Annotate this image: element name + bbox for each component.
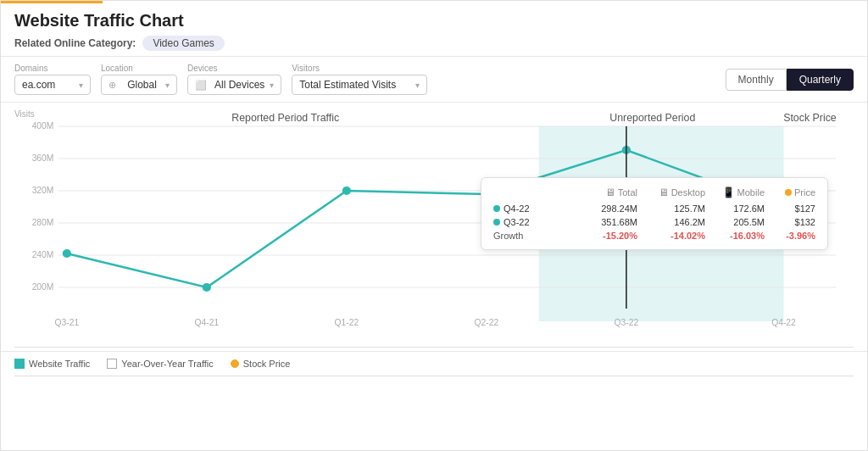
legend-yoy-label: Year-Over-Year Traffic	[121, 359, 213, 369]
domains-select-group: Domains ea.com ▾	[14, 64, 91, 95]
tooltip-row-q4-22: Q4-22 298.24M 125.7M 172.6M $127	[493, 203, 815, 214]
svg-text:Q3-21: Q3-21	[55, 318, 80, 327]
visitors-label: Visitors	[292, 64, 427, 73]
visitors-select[interactable]: Total Estimated Visits ▾	[292, 75, 427, 95]
page-title: Website Traffic Chart	[14, 11, 854, 31]
svg-text:Reported Period Traffic: Reported Period Traffic	[231, 112, 339, 124]
svg-text:Stock Price: Stock Price	[783, 112, 837, 124]
legend-stock-label: Stock Price	[243, 359, 291, 369]
q4-22-dot	[493, 205, 500, 212]
tooltip: 🖥 Total 🖥 Desktop 📱 Mobile Price	[481, 177, 828, 250]
tooltip-row-q3-22: Q3-22 351.68M 146.2M 205.5M $132	[493, 217, 815, 227]
svg-text:Q4-21: Q4-21	[195, 318, 220, 327]
total-col-icon: 🖥	[605, 187, 615, 198]
svg-text:280M: 280M	[32, 218, 54, 227]
legend-item-traffic[interactable]: Website Traffic	[14, 359, 90, 369]
tooltip-header: 🖥 Total 🖥 Desktop 📱 Mobile Price	[493, 187, 815, 198]
price-col-dot	[785, 189, 792, 196]
desktop-col-icon: 🖥	[659, 187, 669, 198]
category-tag: Video Games	[142, 36, 225, 51]
legend: Website Traffic Year-Over-Year Traffic S…	[1, 351, 867, 376]
svg-text:400M: 400M	[32, 121, 54, 131]
legend-traffic-label: Website Traffic	[29, 359, 90, 369]
legend-item-yoy[interactable]: Year-Over-Year Traffic	[107, 359, 213, 369]
location-select[interactable]: ⊕ Global ▾	[101, 75, 177, 95]
domains-label: Domains	[14, 64, 91, 73]
devices-label: Devices	[187, 64, 281, 73]
svg-text:Q1-22: Q1-22	[335, 318, 359, 327]
legend-item-stock[interactable]: Stock Price	[231, 359, 291, 369]
period-buttons: Monthly Quarterly	[726, 69, 854, 91]
monthly-button[interactable]: Monthly	[726, 69, 787, 91]
svg-text:Q2-22: Q2-22	[475, 318, 499, 327]
devices-select[interactable]: ⬜ All Devices ▾	[187, 75, 281, 95]
svg-text:200M: 200M	[32, 282, 54, 292]
location-label: Location	[101, 64, 177, 73]
svg-text:Q3-22: Q3-22	[615, 318, 639, 327]
globe-icon: ⊕	[108, 80, 116, 91]
traffic-checkbox-icon[interactable]	[14, 359, 25, 369]
mobile-col-icon: 📱	[722, 187, 735, 198]
visitors-chevron-icon: ▾	[415, 81, 420, 90]
location-chevron-icon: ▾	[165, 81, 170, 90]
svg-text:360M: 360M	[32, 153, 54, 163]
visitors-value: Total Estimated Visits	[299, 79, 396, 91]
data-point-q1-22	[342, 187, 351, 195]
q3-22-dot	[493, 219, 500, 226]
chart-container: 400M 360M 320M 280M 240M 200M Reported P…	[14, 109, 854, 347]
visitors-select-group: Visitors Total Estimated Visits ▾	[292, 64, 427, 95]
location-value: Global	[127, 79, 157, 91]
domains-chevron-icon: ▾	[79, 81, 83, 90]
devices-value: All Devices	[214, 79, 264, 91]
data-point-q3-21	[63, 249, 71, 258]
domains-select[interactable]: ea.com ▾	[14, 75, 91, 95]
data-point-q4-21	[203, 283, 211, 292]
svg-text:320M: 320M	[32, 186, 54, 195]
stock-dot-icon[interactable]	[231, 359, 239, 368]
svg-text:Unreported Period: Unreported Period	[609, 112, 695, 124]
domains-value: ea.com	[22, 79, 55, 91]
location-select-group: Location ⊕ Global ▾	[101, 64, 177, 95]
devices-chevron-icon: ▾	[270, 81, 274, 90]
devices-select-group: Devices ⬜ All Devices ▾	[187, 64, 281, 95]
category-label: Related Online Category:	[14, 37, 136, 49]
monitor-icon: ⬜	[195, 80, 207, 91]
yoy-checkbox-icon[interactable]	[107, 359, 117, 369]
quarterly-button[interactable]: Quarterly	[787, 69, 854, 91]
svg-text:240M: 240M	[32, 250, 54, 259]
svg-text:Q4-22: Q4-22	[771, 318, 796, 327]
tooltip-growth-row: Growth -15.20% -14.02% -16.03% -3.96%	[493, 231, 815, 241]
